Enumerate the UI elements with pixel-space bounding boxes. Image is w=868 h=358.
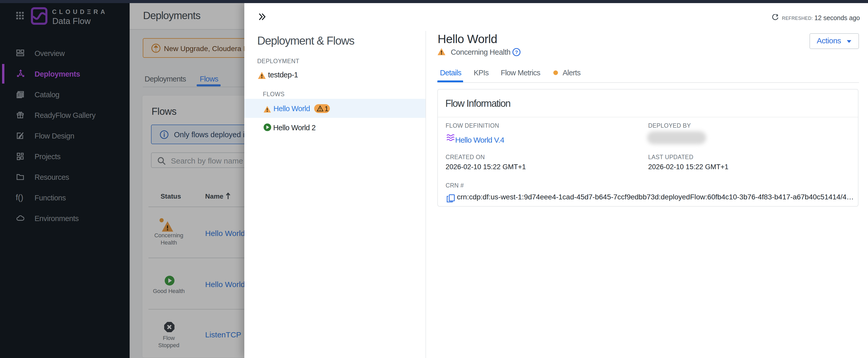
svg-text:?: ? <box>515 50 518 55</box>
